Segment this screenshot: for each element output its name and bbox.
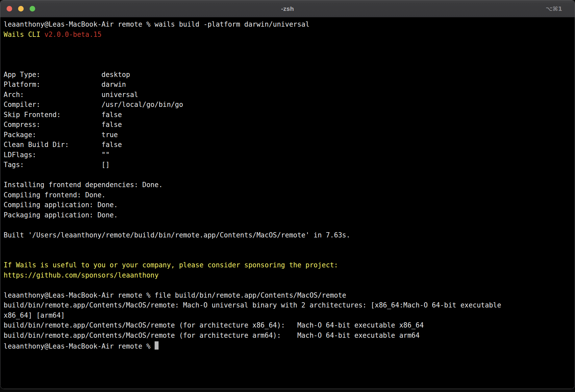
terminal-text: Skip Frontend: false (4, 111, 122, 119)
terminal-output[interactable]: leaanthony@Leas-MacBook-Air remote % wai… (0, 17, 575, 389)
terminal-text: Packaging application: Done. (4, 211, 118, 219)
terminal-text: Package: true (4, 131, 118, 139)
terminal-line: leaanthony@Leas-MacBook-Air remote % wai… (4, 19, 571, 30)
terminal-line (4, 170, 571, 180)
terminal-line (4, 39, 571, 50)
terminal-line: Compiling frontend: Done. (4, 190, 571, 200)
terminal-text: App Type: desktop (4, 71, 130, 79)
terminal-text: build/bin/remote.app/Contents/MacOS/remo… (4, 331, 420, 339)
terminal-text: Arch: universal (4, 91, 138, 99)
terminal-line: If Wails is useful to you or your compan… (4, 260, 571, 270)
background-window-sliver (0, 389, 575, 392)
terminal-cursor[interactable] (155, 341, 159, 350)
terminal-text: https://github.com/sponsors/leaanthony (4, 271, 159, 279)
terminal-line: LDFlags: "" (4, 150, 571, 160)
terminal-line: Arch: universal (4, 90, 571, 100)
terminal-line (4, 50, 571, 60)
terminal-text: Tags: [] (4, 161, 110, 169)
terminal-line: Clean Build Dir: false (4, 140, 571, 150)
terminal-line (4, 240, 571, 250)
terminal-line: Package: true (4, 130, 571, 140)
terminal-text: Compress: false (4, 121, 122, 129)
terminal-text: Platform: darwin (4, 81, 126, 88)
terminal-text: build/bin/remote.app/Contents/MacOS/remo… (4, 301, 501, 309)
terminal-text: Wails CLI (4, 31, 44, 38)
terminal-text: Compiling frontend: Done. (4, 191, 106, 199)
terminal-text: v2.0.0-beta.15 (44, 31, 102, 38)
terminal-line: Compiling application: Done. (4, 200, 571, 210)
terminal-line (4, 280, 571, 290)
terminal-text: Installing frontend dependencies: Done. (4, 181, 163, 189)
terminal-text: Built '/Users/leaanthony/remote/build/bi… (4, 231, 350, 239)
terminal-line: Platform: darwin (4, 80, 571, 90)
titlebar[interactable]: -zsh ⌥⌘1 (0, 0, 575, 17)
window-title: -zsh (0, 5, 575, 12)
terminal-text: Clean Build Dir: false (4, 141, 122, 149)
terminal-line: leaanthony@Leas-MacBook-Air remote % (4, 340, 571, 351)
terminal-line: Compress: false (4, 120, 571, 130)
terminal-line (4, 250, 571, 260)
terminal-line (4, 60, 571, 70)
terminal-line: leaanthony@Leas-MacBook-Air remote % fil… (4, 290, 571, 301)
tab-shortcut-label: ⌥⌘1 (546, 0, 562, 17)
terminal-line: Wails CLI v2.0.0-beta.15 (4, 30, 571, 40)
terminal-text: leaanthony@Leas-MacBook-Air remote % wai… (4, 20, 310, 28)
terminal-line: build/bin/remote.app/Contents/MacOS/remo… (4, 300, 571, 310)
terminal-line: Installing frontend dependencies: Done. (4, 180, 571, 190)
terminal-window: -zsh ⌥⌘1 leaanthony@Leas-MacBook-Air rem… (0, 0, 575, 389)
terminal-line: App Type: desktop (4, 70, 571, 80)
terminal-line: Tags: [] (4, 160, 571, 170)
close-button[interactable] (7, 6, 12, 12)
terminal-text: Compiling application: Done. (4, 201, 118, 209)
terminal-text: If Wails is useful to you or your compan… (4, 261, 338, 269)
terminal-line: Built '/Users/leaanthony/remote/build/bi… (4, 230, 571, 240)
terminal-line (4, 220, 571, 230)
terminal-line: build/bin/remote.app/Contents/MacOS/remo… (4, 320, 571, 331)
terminal-text: Compiler: /usr/local/go/bin/go (4, 101, 183, 109)
terminal-text: LDFlags: "" (4, 151, 110, 159)
terminal-line: Packaging application: Done. (4, 210, 571, 220)
terminal-text: leaanthony@Leas-MacBook-Air remote % (4, 342, 155, 350)
terminal-line: x86_64] [arm64] (4, 310, 571, 321)
zoom-button[interactable] (30, 6, 35, 12)
terminal-line: https://github.com/sponsors/leaanthony (4, 270, 571, 281)
background-window-text (158, 390, 243, 391)
terminal-text: leaanthony@Leas-MacBook-Air remote % fil… (4, 291, 346, 299)
terminal-line: Skip Frontend: false (4, 110, 571, 120)
terminal-line: Compiler: /usr/local/go/bin/go (4, 100, 571, 110)
terminal-text: build/bin/remote.app/Contents/MacOS/remo… (4, 321, 424, 329)
minimize-button[interactable] (18, 6, 24, 12)
terminal-text: x86_64] [arm64] (4, 311, 65, 319)
traffic-lights (7, 0, 35, 17)
terminal-line: build/bin/remote.app/Contents/MacOS/remo… (4, 331, 571, 341)
